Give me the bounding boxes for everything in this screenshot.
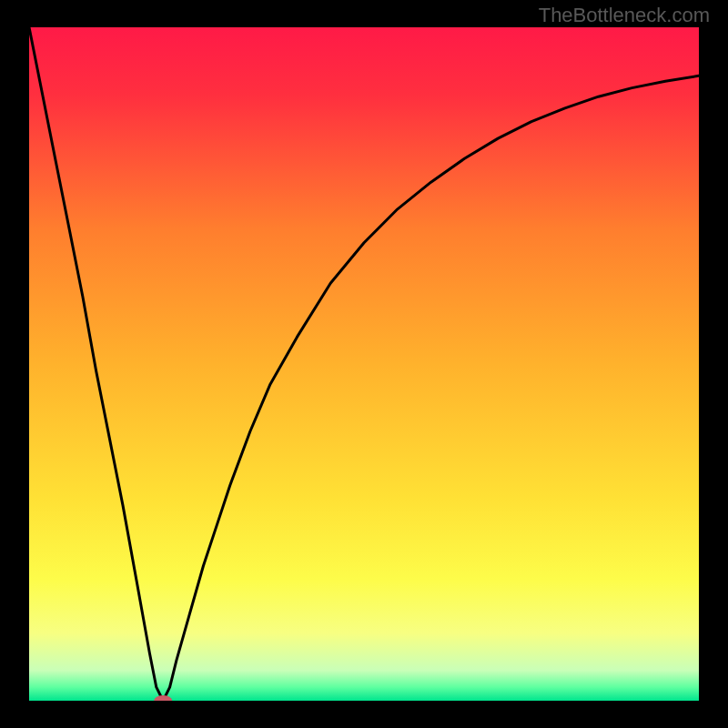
chart-svg — [29, 27, 699, 701]
gradient-background — [29, 27, 699, 701]
watermark-text: TheBottleneck.com — [539, 4, 710, 27]
chart-frame — [29, 27, 699, 701]
